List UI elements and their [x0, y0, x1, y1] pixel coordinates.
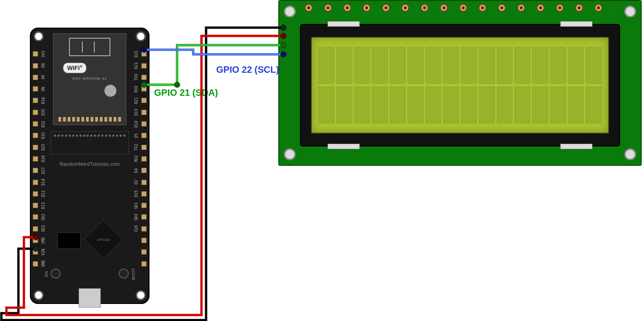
pin-label: D33: [41, 131, 46, 140]
lcd-header-pin: [594, 4, 603, 12]
pin-label: SD3: [41, 225, 46, 233]
pin-pad: [141, 63, 147, 69]
lcd-header-pin: [401, 4, 409, 12]
lcd-char-cell: [550, 47, 566, 84]
lcd-char-cell: [586, 47, 602, 84]
wire-scl: [141, 47, 286, 57]
lcd-char-row: [318, 47, 602, 84]
boot-button[interactable]: [119, 268, 129, 279]
voltage-regulator-icon: [58, 233, 80, 249]
pin-label: D12: [41, 190, 46, 198]
pin-label: TX2: [134, 143, 138, 152]
shield-part-label: ESP-WROOM-32: [54, 76, 126, 81]
pin-pad: [141, 261, 147, 267]
pin-pad: [141, 110, 147, 115]
svg-point-5: [174, 82, 180, 88]
pin-nc: [132, 259, 147, 268]
lcd-header-pin: [517, 4, 525, 12]
pin-label: D34: [41, 96, 46, 105]
pin-d35: D35: [33, 108, 47, 117]
pin-d18: D18: [132, 120, 147, 128]
mounting-hole: [34, 31, 44, 41]
lcd-header-pin: [478, 4, 487, 12]
pin-pad: [33, 168, 38, 173]
pin-d15: D15: [132, 190, 147, 198]
bezel-tab: [560, 144, 592, 149]
lcd-header-pin: [343, 4, 351, 12]
lcd-char-cell: [426, 47, 442, 84]
pin-label: D13: [41, 201, 46, 210]
pin-pad: [141, 203, 147, 208]
pin-label: D26: [41, 155, 46, 163]
boot-button-label: BOOT: [131, 268, 136, 280]
wiring-diagram: WiFi® ESP-WROOM-32 RandomNerdTutorials.c…: [0, 0, 644, 321]
pin-sd3: SD3: [33, 224, 47, 233]
pin-d26: D26: [33, 155, 47, 163]
pin-pad: [141, 86, 147, 92]
sda-callout: GPIO 21 (SDA): [154, 88, 218, 98]
lcd-header-pin: [575, 4, 583, 12]
pin-pad: [33, 238, 38, 243]
mounting-hole: [136, 290, 146, 300]
lcd-header-pin: [536, 4, 545, 12]
lcd-char-cell: [568, 47, 584, 84]
pin-pad: [33, 133, 38, 138]
esp-wroom-shield: WiFi® ESP-WROOM-32: [53, 33, 126, 125]
pin-rx0: RX0: [132, 85, 147, 93]
wifi-badge: WiFi®: [63, 63, 86, 73]
lcd-char-cell: [497, 87, 513, 123]
scl-callout: GPIO 22 (SCL): [216, 64, 279, 75]
lcd-header-pin: [556, 4, 564, 12]
pin-label: TX0: [134, 73, 138, 82]
pin-label: GND: [41, 260, 46, 268]
wifi-label: WiFi: [67, 64, 80, 71]
pin-nc: [132, 236, 147, 245]
lcd-char-cell: [532, 47, 548, 84]
mounting-hole: [284, 6, 296, 18]
pin-header-left: 3V3ENVPVND34D35D32D33D25D26D27D14D12D13S…: [33, 50, 47, 268]
lcd-char-cell: [443, 87, 459, 123]
mounting-hole: [136, 31, 146, 41]
lcd-char-cell: [318, 47, 334, 84]
pin-pad: [33, 249, 38, 255]
mounting-hole: [34, 290, 44, 300]
usb-uart-chip: CP2102: [84, 220, 123, 259]
pin-label: VIN: [41, 248, 46, 256]
pin-pad: [141, 214, 147, 220]
pin-pad: [33, 86, 38, 92]
registered-mark: ®: [80, 64, 82, 69]
pin-label: D15: [134, 190, 138, 198]
pin-pad: [141, 180, 147, 185]
pin-pad: [33, 156, 38, 162]
pin-d5: D5: [132, 131, 147, 140]
lcd-char-cell: [390, 47, 406, 84]
pin-d23: D23: [132, 50, 147, 58]
pin-label: VP: [41, 73, 46, 82]
pin-tx0: TX0: [132, 73, 147, 82]
lcd-char-cell: [372, 47, 388, 84]
pin-pad: [33, 121, 38, 127]
pin-label: D4: [134, 166, 138, 175]
lcd-char-row: [318, 87, 602, 123]
pin-label: SD2: [41, 213, 46, 221]
mounting-hole: [624, 148, 636, 160]
lcd-char-cell: [372, 87, 388, 123]
pin-nc: [132, 248, 147, 257]
lcd-char-cell: [497, 47, 513, 84]
pin-label: D22: [134, 62, 138, 70]
pin-pad: [141, 145, 147, 150]
pin-sd2: SD2: [33, 213, 47, 222]
pin-label: SD1: [134, 201, 138, 210]
lcd-header-pin: [440, 4, 448, 12]
pin-label: D2: [134, 178, 138, 187]
pin-pad: [141, 238, 147, 243]
pin-pad: [33, 51, 38, 57]
pin-label: D25: [41, 143, 46, 152]
lcd-char-cell: [390, 87, 406, 123]
en-button-label: EN: [44, 271, 49, 277]
pin-pad: [33, 203, 38, 208]
pin-d12: D12: [33, 190, 47, 198]
antenna-icon: [69, 38, 110, 56]
pin-label: D23: [134, 50, 138, 58]
en-button[interactable]: [51, 268, 61, 279]
